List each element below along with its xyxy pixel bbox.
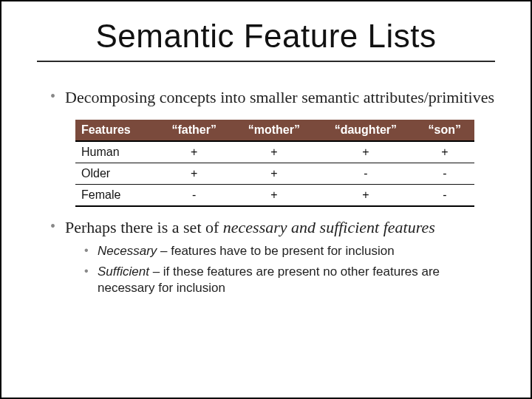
cell-value: + <box>232 184 317 206</box>
col-father: “father” <box>157 120 232 141</box>
col-son: “son” <box>415 120 474 141</box>
table-row: Human + + + + <box>75 141 474 163</box>
text: Perhaps there is a set of <box>65 218 223 236</box>
col-daughter: “daughter” <box>316 120 415 141</box>
text: – if these features are present no other… <box>98 265 440 295</box>
bullet-perhaps: Perhaps there is a set of necessary and … <box>50 217 495 297</box>
cell-value: - <box>415 184 474 206</box>
bullet-list: Decomposing concepts into smaller semant… <box>37 87 495 108</box>
cell-value: + <box>415 141 474 163</box>
col-features: Features <box>75 120 157 141</box>
text: – features have to be present for inclus… <box>157 244 394 258</box>
cell-value: - <box>415 163 474 184</box>
cell-value: - <box>157 184 232 206</box>
cell-value: + <box>316 141 415 163</box>
title-underline <box>37 61 495 62</box>
em-necessary-sufficient: necessary and sufficient features <box>223 218 435 236</box>
sub-bullet-sufficient: Sufficient – if these features are prese… <box>84 264 495 296</box>
feature-table: Features “father” “mother” “daughter” “s… <box>75 120 474 207</box>
bullet-list-2: Perhaps there is a set of necessary and … <box>37 217 495 297</box>
cell-value: + <box>316 184 415 206</box>
cell-value: + <box>157 163 232 184</box>
feature-table-wrap: Features “father” “mother” “daughter” “s… <box>37 115 495 217</box>
em-sufficient: Sufficient <box>98 265 149 279</box>
cell-feature: Human <box>75 141 157 163</box>
col-mother: “mother” <box>232 120 317 141</box>
cell-value: - <box>316 163 415 184</box>
table-row: Female - + + - <box>75 184 474 206</box>
sub-bullet-necessary: Necessary – features have to be present … <box>84 243 495 259</box>
cell-value: + <box>232 141 317 163</box>
table-row: Older + + - - <box>75 163 474 184</box>
table-header-row: Features “father” “mother” “daughter” “s… <box>75 120 474 141</box>
sub-bullet-list: Necessary – features have to be present … <box>65 237 495 296</box>
em-necessary: Necessary <box>98 244 157 258</box>
cell-value: + <box>157 141 232 163</box>
slide-title: Semantic Feature Lists <box>37 18 495 55</box>
slide: Semantic Feature Lists Decomposing conce… <box>0 0 532 399</box>
cell-feature: Female <box>75 184 157 206</box>
bullet-decomposing: Decomposing concepts into smaller semant… <box>50 87 495 108</box>
cell-feature: Older <box>75 163 157 184</box>
cell-value: + <box>232 163 317 184</box>
